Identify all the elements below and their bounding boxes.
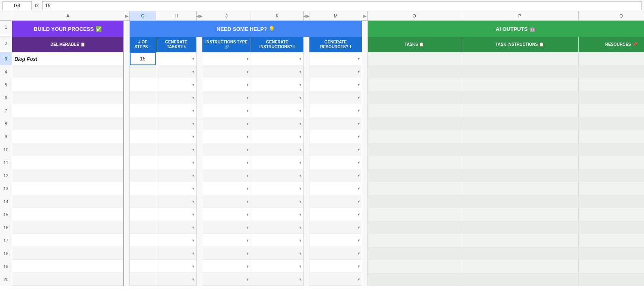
- cell-o7[interactable]: [368, 104, 461, 117]
- cell-q18[interactable]: [579, 247, 644, 260]
- cell-q5[interactable]: [579, 78, 644, 91]
- cell-q19[interactable]: [579, 260, 644, 273]
- cell-g13[interactable]: [130, 182, 156, 195]
- cell-m7[interactable]: ▼: [309, 104, 362, 117]
- col-header-a[interactable]: A: [12, 11, 124, 20]
- cell-g8[interactable]: [130, 117, 156, 130]
- cell-k12[interactable]: ▼: [251, 169, 304, 182]
- cell-p19[interactable]: [461, 260, 579, 273]
- cell-j15[interactable]: ▼: [202, 208, 251, 221]
- cell-o9[interactable]: [368, 130, 461, 143]
- cell-p6[interactable]: [461, 91, 579, 104]
- cell-g20[interactable]: [130, 273, 156, 286]
- cell-o20[interactable]: [368, 273, 461, 286]
- cell-k3[interactable]: ▼: [251, 52, 304, 65]
- cell-q13[interactable]: [579, 182, 644, 195]
- cell-j11[interactable]: ▼: [202, 156, 251, 169]
- cell-a10[interactable]: [12, 143, 124, 156]
- col-resize-g[interactable]: [154, 11, 156, 20]
- cell-m10[interactable]: ▼: [309, 143, 362, 156]
- cell-j14[interactable]: ▼: [202, 195, 251, 208]
- cell-g4[interactable]: [130, 65, 156, 78]
- cell-g10[interactable]: [130, 143, 156, 156]
- cell-a6[interactable]: [12, 91, 124, 104]
- cell-g3[interactable]: 15: [130, 52, 156, 65]
- cell-a17[interactable]: [12, 234, 124, 247]
- cell-m8[interactable]: ▼: [309, 117, 362, 130]
- cell-g15[interactable]: [130, 208, 156, 221]
- cell-j9[interactable]: ▼: [202, 130, 251, 143]
- cell-o3[interactable]: [368, 52, 461, 65]
- cell-h12[interactable]: ▼: [156, 169, 197, 182]
- cell-g18[interactable]: [130, 247, 156, 260]
- cell-j16[interactable]: ▼: [202, 221, 251, 234]
- cell-m19[interactable]: ▼: [309, 260, 362, 273]
- cell-j19[interactable]: ▼: [202, 260, 251, 273]
- cell-p13[interactable]: [461, 182, 579, 195]
- cell-h10[interactable]: ▼: [156, 143, 197, 156]
- cell-q20[interactable]: [579, 273, 644, 286]
- cell-q4[interactable]: [579, 65, 644, 78]
- cell-q12[interactable]: [579, 169, 644, 182]
- cell-g12[interactable]: [130, 169, 156, 182]
- cell-j13[interactable]: ▼: [202, 182, 251, 195]
- cell-q9[interactable]: [579, 130, 644, 143]
- cell-k11[interactable]: ▼: [251, 156, 304, 169]
- cell-a12[interactable]: [12, 169, 124, 182]
- cell-o14[interactable]: [368, 195, 461, 208]
- cell-q7[interactable]: [579, 104, 644, 117]
- cell-h18[interactable]: ▼: [156, 247, 197, 260]
- cell-q8[interactable]: [579, 117, 644, 130]
- cell-j3[interactable]: ▼: [202, 52, 251, 65]
- cell-m3[interactable]: ▼: [309, 52, 362, 65]
- cell-p18[interactable]: [461, 247, 579, 260]
- cell-m20[interactable]: ▼: [309, 273, 362, 286]
- col-resize-m[interactable]: [360, 11, 362, 20]
- col-header-g[interactable]: G: [130, 11, 156, 20]
- cell-reference-box[interactable]: [2, 1, 32, 10]
- cell-k6[interactable]: ▼: [251, 91, 304, 104]
- cell-o5[interactable]: [368, 78, 461, 91]
- cell-a20[interactable]: [12, 273, 124, 286]
- cell-k10[interactable]: ▼: [251, 143, 304, 156]
- cell-o12[interactable]: [368, 169, 461, 182]
- cell-h16[interactable]: ▼: [156, 221, 197, 234]
- cell-p14[interactable]: [461, 195, 579, 208]
- cell-o15[interactable]: [368, 208, 461, 221]
- cell-h5[interactable]: ▼: [156, 78, 197, 91]
- cell-g6[interactable]: [130, 91, 156, 104]
- cell-m5[interactable]: ▼: [309, 78, 362, 91]
- cell-k16[interactable]: ▼: [251, 221, 304, 234]
- cell-q17[interactable]: [579, 234, 644, 247]
- cell-j17[interactable]: ▼: [202, 234, 251, 247]
- cell-a19[interactable]: [12, 260, 124, 273]
- cell-a11[interactable]: [12, 156, 124, 169]
- cell-p16[interactable]: [461, 221, 579, 234]
- cell-q10[interactable]: [579, 143, 644, 156]
- col-header-k[interactable]: K: [251, 11, 304, 20]
- cell-g7[interactable]: [130, 104, 156, 117]
- cell-q3[interactable]: [579, 52, 644, 65]
- cell-o19[interactable]: [368, 260, 461, 273]
- cell-p15[interactable]: [461, 208, 579, 221]
- cell-g9[interactable]: [130, 130, 156, 143]
- cell-h7[interactable]: ▼: [156, 104, 197, 117]
- cell-m18[interactable]: ▼: [309, 247, 362, 260]
- cell-j8[interactable]: ▼: [202, 117, 251, 130]
- cell-m16[interactable]: ▼: [309, 221, 362, 234]
- col-header-m[interactable]: M: [309, 11, 362, 20]
- cell-k19[interactable]: ▼: [251, 260, 304, 273]
- cell-j5[interactable]: ▼: [202, 78, 251, 91]
- col-header-j[interactable]: J: [202, 11, 251, 20]
- cell-q14[interactable]: [579, 195, 644, 208]
- cell-o8[interactable]: [368, 117, 461, 130]
- cell-g5[interactable]: [130, 78, 156, 91]
- cell-o13[interactable]: [368, 182, 461, 195]
- cell-k5[interactable]: ▼: [251, 78, 304, 91]
- cell-q11[interactable]: [579, 156, 644, 169]
- cell-o16[interactable]: [368, 221, 461, 234]
- cell-o10[interactable]: [368, 143, 461, 156]
- cell-o17[interactable]: [368, 234, 461, 247]
- col-header-o[interactable]: O: [368, 11, 461, 20]
- cell-m12[interactable]: ▼: [309, 169, 362, 182]
